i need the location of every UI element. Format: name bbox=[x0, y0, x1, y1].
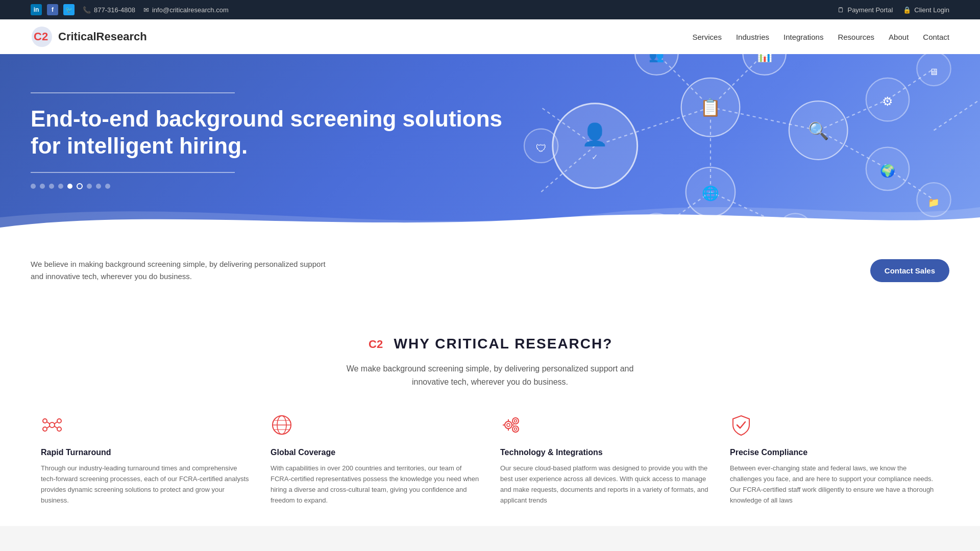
svg-line-65 bbox=[54, 426, 57, 428]
social-icons: in f 🐦 bbox=[31, 4, 75, 15]
rapid-turnaround-title: Rapid Turnaround bbox=[41, 448, 250, 457]
svg-point-57 bbox=[50, 422, 55, 428]
rapid-turnaround-icon bbox=[41, 414, 250, 441]
svg-point-61 bbox=[57, 427, 61, 431]
hero-dot-2[interactable] bbox=[40, 184, 45, 189]
svg-text:📋: 📋 bbox=[700, 98, 722, 118]
twitter-icon[interactable]: 🐦 bbox=[63, 4, 75, 15]
hero-dot-6[interactable] bbox=[77, 183, 83, 189]
feature-rapid-turnaround: Rapid Turnaround Through our industry-le… bbox=[41, 414, 250, 506]
why-header: C2 WHY CRITICAL RESEARCH? bbox=[31, 334, 949, 354]
svg-point-73 bbox=[512, 426, 519, 432]
svg-point-79 bbox=[514, 420, 517, 422]
svg-point-59 bbox=[57, 419, 61, 423]
feature-compliance: Precise Compliance Between ever-changing… bbox=[730, 414, 939, 506]
svg-point-72 bbox=[512, 418, 519, 424]
payment-icon: 🗒 bbox=[838, 6, 844, 14]
nav-links: Services Industries Integrations Resourc… bbox=[692, 31, 949, 43]
email-contact: ✉ info@criticalresearch.com bbox=[143, 6, 229, 14]
logo[interactable]: C2 CriticalResearch bbox=[31, 26, 147, 48]
nav-integrations[interactable]: Integrations bbox=[783, 31, 823, 43]
svg-text:🌍: 🌍 bbox=[880, 163, 896, 178]
why-title: WHY CRITICAL RESEARCH? bbox=[394, 336, 613, 352]
nav-contact[interactable]: Contact bbox=[923, 31, 949, 43]
facebook-icon[interactable]: f bbox=[47, 4, 58, 15]
why-section: C2 WHY CRITICAL RESEARCH? We make backgr… bbox=[0, 303, 980, 526]
navbar: C2 CriticalResearch Services Industries … bbox=[0, 19, 980, 54]
nav-industries[interactable]: Industries bbox=[736, 31, 769, 43]
features-grid: Rapid Turnaround Through our industry-le… bbox=[31, 414, 949, 506]
svg-point-58 bbox=[43, 419, 47, 423]
client-login-link[interactable]: 🔒 Client Login bbox=[903, 6, 949, 14]
global-coverage-desc: With capabilities in over 200 countries … bbox=[271, 463, 480, 506]
top-bar: in f 🐦 📞 877-316-4808 ✉ info@criticalres… bbox=[0, 0, 980, 19]
hero-top-line bbox=[31, 92, 235, 93]
svg-line-15 bbox=[934, 99, 980, 130]
hero-wave-svg bbox=[0, 197, 980, 238]
logo-svg: C2 bbox=[31, 26, 53, 48]
nav-services[interactable]: Services bbox=[692, 31, 722, 43]
svg-text:C2: C2 bbox=[369, 338, 383, 350]
hero-dot-8[interactable] bbox=[96, 184, 101, 189]
compliance-icon bbox=[730, 414, 939, 441]
compliance-title: Precise Compliance bbox=[730, 448, 939, 457]
hero-dots bbox=[31, 183, 508, 189]
svg-text:👤: 👤 bbox=[581, 121, 608, 147]
svg-point-78 bbox=[507, 423, 510, 427]
phone-contact: 📞 877-316-4808 bbox=[83, 6, 135, 14]
why-logo-icon: C2 bbox=[368, 334, 388, 354]
hero-dot-7[interactable] bbox=[87, 184, 92, 189]
technology-icon bbox=[500, 414, 709, 441]
top-bar-right: 🗒 Payment Portal 🔒 Client Login bbox=[838, 6, 949, 14]
nav-resources[interactable]: Resources bbox=[838, 31, 874, 43]
svg-text:✓: ✓ bbox=[592, 153, 598, 161]
email-address: info@criticalresearch.com bbox=[152, 6, 229, 14]
logo-text: CriticalResearch bbox=[58, 30, 147, 43]
contact-sales-button[interactable]: Contact Sales bbox=[870, 259, 949, 282]
svg-line-64 bbox=[47, 426, 50, 428]
compliance-desc: Between ever-changing state and federal … bbox=[730, 463, 939, 506]
hero-bottom-line bbox=[31, 172, 235, 173]
svg-line-62 bbox=[47, 422, 50, 424]
why-subtitle: We make background screening simple, by … bbox=[337, 362, 643, 388]
svg-text:🔍: 🔍 bbox=[808, 121, 829, 141]
global-coverage-icon bbox=[271, 414, 480, 441]
svg-text:📊: 📊 bbox=[757, 54, 773, 63]
nav-about[interactable]: About bbox=[889, 31, 909, 43]
lock-icon: 🔒 bbox=[903, 6, 911, 14]
svg-text:C2: C2 bbox=[34, 30, 48, 43]
svg-text:🖥: 🖥 bbox=[929, 67, 938, 77]
rapid-turnaround-desc: Through our industry-leading turnaround … bbox=[41, 463, 250, 506]
svg-point-80 bbox=[514, 428, 517, 431]
top-bar-left: in f 🐦 📞 877-316-4808 ✉ info@criticalres… bbox=[31, 4, 229, 15]
svg-point-71 bbox=[505, 421, 512, 429]
feature-global-coverage: Global Coverage With capabilities in ove… bbox=[271, 414, 480, 506]
hero-dot-4[interactable] bbox=[58, 184, 63, 189]
hero-dot-3[interactable] bbox=[49, 184, 54, 189]
global-coverage-title: Global Coverage bbox=[271, 448, 480, 457]
hero-title: End-to-end background screening solution… bbox=[31, 106, 508, 160]
hero-dot-1[interactable] bbox=[31, 184, 36, 189]
svg-point-60 bbox=[43, 427, 47, 431]
hero-dot-9[interactable] bbox=[105, 184, 110, 189]
email-icon: ✉ bbox=[143, 6, 149, 14]
payment-portal-link[interactable]: 🗒 Payment Portal bbox=[838, 6, 893, 14]
phone-icon: 📞 bbox=[83, 6, 91, 14]
feature-technology: Technology & Integrations Our secure clo… bbox=[500, 414, 709, 506]
info-strip: We believe in making background screenin… bbox=[0, 238, 980, 303]
hero-dot-5[interactable] bbox=[67, 184, 72, 189]
info-text: We believe in making background screenin… bbox=[31, 258, 337, 283]
hero-section: End-to-end background screening solution… bbox=[0, 54, 980, 238]
svg-text:⚙: ⚙ bbox=[882, 95, 893, 109]
technology-title: Technology & Integrations bbox=[500, 448, 709, 457]
svg-line-63 bbox=[54, 422, 57, 424]
technology-desc: Our secure cloud-based platform was desi… bbox=[500, 463, 709, 506]
svg-text:👥: 👥 bbox=[649, 54, 665, 63]
linkedin-icon[interactable]: in bbox=[31, 4, 42, 15]
phone-number: 877-316-4808 bbox=[94, 6, 135, 14]
